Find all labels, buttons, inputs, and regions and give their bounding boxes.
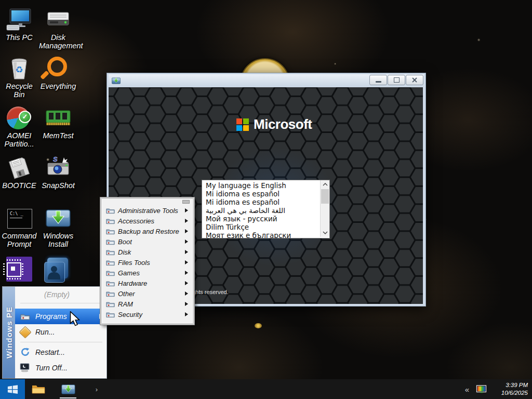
folder-icon	[106, 280, 115, 287]
submenu-item-administrative-tools[interactable]: Administrative Tools	[103, 205, 192, 216]
start-menu[interactable]: Windows PE (Empty) Programs Run... Resta…	[2, 286, 107, 379]
scroll-up-button[interactable]	[321, 180, 329, 189]
desktop-icon-windows-install[interactable]: Windows Install	[39, 206, 77, 248]
close-icon	[412, 77, 417, 83]
desktop-icon-disk-management[interactable]: Disk Management	[39, 7, 77, 50]
menu-separator	[20, 303, 102, 303]
desktop-icon-label: Everything	[39, 82, 77, 90]
svg-text:S: S	[53, 155, 58, 163]
banner-text: Windows PE	[5, 307, 14, 358]
folder-icon	[106, 249, 115, 256]
scrollbar-thumb[interactable]	[321, 189, 329, 204]
language-option[interactable]: Мой язык - русский	[202, 215, 329, 223]
windows-install-icon	[39, 206, 77, 231]
submenu-item-disk[interactable]: Disk	[103, 247, 192, 257]
submenu-item-backup-and-restore[interactable]: Backup and Restore	[103, 226, 192, 236]
language-option[interactable]: My language is English	[202, 181, 329, 190]
taskbar-clock[interactable]: 3:39 PM 10/6/2025	[501, 381, 528, 396]
start-button[interactable]	[0, 379, 25, 399]
start-menu-item-run[interactable]: Run...	[15, 324, 106, 340]
submenu-arrow-icon	[185, 219, 188, 223]
folder-icon	[106, 207, 115, 214]
maximize-button[interactable]	[388, 75, 405, 85]
desktop-icon-memtest[interactable]: MemTest	[39, 105, 77, 140]
submenu-item-files-tools[interactable]: Files Tools	[103, 257, 192, 268]
submenu-item-accessories[interactable]: Accessories	[103, 216, 192, 226]
language-option[interactable]: Dilim Türkçe	[202, 223, 329, 231]
terminal-prompt-text: C:\ _	[10, 211, 23, 216]
chevron-double-left-icon: «	[465, 385, 469, 394]
svg-text:♻: ♻	[15, 64, 23, 75]
submenu-arrow-icon	[185, 312, 188, 316]
this-pc-icon	[0, 7, 38, 32]
tray-display-settings[interactable]	[474, 379, 489, 399]
ram-stick-icon	[39, 105, 77, 130]
desktop-icon-user-accounts[interactable]	[39, 257, 77, 282]
desktop-icon-label: BOOTICE	[0, 181, 38, 190]
turn-off-icon	[20, 363, 30, 372]
user-glass-icon	[39, 257, 77, 282]
language-option[interactable]: Mi idioma es español	[202, 198, 329, 206]
search-magnifier-icon	[39, 56, 77, 81]
windows-logo-icon	[7, 383, 19, 395]
submenu-item-games[interactable]: Games	[103, 268, 192, 278]
submenu-arrow-icon	[185, 291, 188, 296]
microsoft-logo-squares	[236, 118, 249, 131]
submenu-item-boot[interactable]: Boot	[103, 236, 192, 247]
taskbar-overflow-right[interactable]: ›	[91, 379, 102, 399]
desktop-icon-recycle-bin[interactable]: ♻ Recycle Bin	[0, 56, 38, 99]
language-option[interactable]: Mi idioma es español	[202, 190, 329, 198]
camera-icon: S	[39, 155, 77, 180]
aomei-partition-icon: ✓	[0, 105, 38, 130]
desktop-icon-label: AOMEI Partitio...	[0, 131, 38, 148]
minimize-button[interactable]	[369, 75, 387, 85]
desktop-icon-bootice[interactable]: BOOTICE	[0, 155, 38, 190]
maximize-icon	[394, 77, 400, 83]
submenu-item-hardware[interactable]: Hardware	[103, 278, 192, 288]
microsoft-logo-text: Microsoft	[254, 116, 312, 132]
floppy-disk-icon	[0, 155, 38, 180]
scroll-down-button[interactable]	[321, 229, 329, 237]
desktop-icon-label: MemTest	[39, 131, 77, 140]
folder-icon	[106, 228, 115, 235]
taskbar-file-explorer[interactable]	[27, 379, 50, 399]
desktop-icon-command-prompt[interactable]: C:\ _ Command Prompt	[0, 206, 38, 248]
desktop-icon-everything[interactable]: Everything	[39, 56, 77, 90]
desktop-icon-label: This PC	[0, 33, 38, 42]
tray-show-hidden[interactable]: «	[461, 379, 473, 399]
terminal-icon: C:\ _	[0, 206, 38, 231]
submenu-item-other[interactable]: Other	[103, 288, 192, 299]
desktop-icon-label: SnapShot	[39, 181, 77, 190]
start-menu-empty-item: (Empty)	[15, 288, 106, 301]
clock-date: 10/6/2025	[501, 389, 528, 397]
submenu-arrow-icon	[185, 281, 188, 285]
folder-icon	[106, 259, 115, 266]
taskbar-windows-install-app[interactable]	[52, 379, 84, 399]
language-option[interactable]: اللغة الخاصة بي هي العربية	[202, 206, 329, 215]
desktop-icon-snapshot[interactable]: S SnapShot	[39, 155, 77, 190]
desktop-icon-aomei[interactable]: ✓ AOMEI Partitio...	[0, 105, 38, 148]
submenu-item-ram[interactable]: RAM	[103, 299, 192, 309]
language-listbox[interactable]: My language is English Mi idioma es espa…	[202, 180, 330, 238]
submenu-arrow-icon	[185, 208, 188, 212]
cpu-chip-icon	[0, 257, 38, 282]
listbox-scrollbar[interactable]	[320, 180, 329, 237]
desktop-icon-label: Recycle Bin	[0, 82, 38, 99]
start-menu-item-restart[interactable]: Restart...	[15, 344, 106, 360]
programs-submenu[interactable]: Administrative Tools Accessories Backup …	[100, 197, 194, 325]
desktop-icon-cpu[interactable]	[0, 257, 38, 282]
start-menu-item-turn-off[interactable]: Turn Off...	[15, 360, 106, 375]
running-indicator	[60, 397, 76, 399]
desktop-icon-this-pc[interactable]: This PC	[0, 7, 38, 42]
minimize-icon	[376, 81, 381, 83]
desktop-icon-label: Disk Management	[39, 33, 77, 50]
submenu-item-security[interactable]: Security	[103, 309, 192, 320]
submenu-arrow-icon	[185, 250, 188, 254]
chevron-up-icon	[323, 183, 328, 186]
submenu-arrow-icon	[185, 240, 188, 244]
windows-install-icon	[61, 384, 75, 394]
start-menu-item-programs[interactable]: Programs	[15, 309, 106, 324]
close-button[interactable]	[406, 75, 423, 85]
restart-icon	[20, 347, 30, 357]
language-option[interactable]: Моят език е български	[202, 231, 329, 238]
